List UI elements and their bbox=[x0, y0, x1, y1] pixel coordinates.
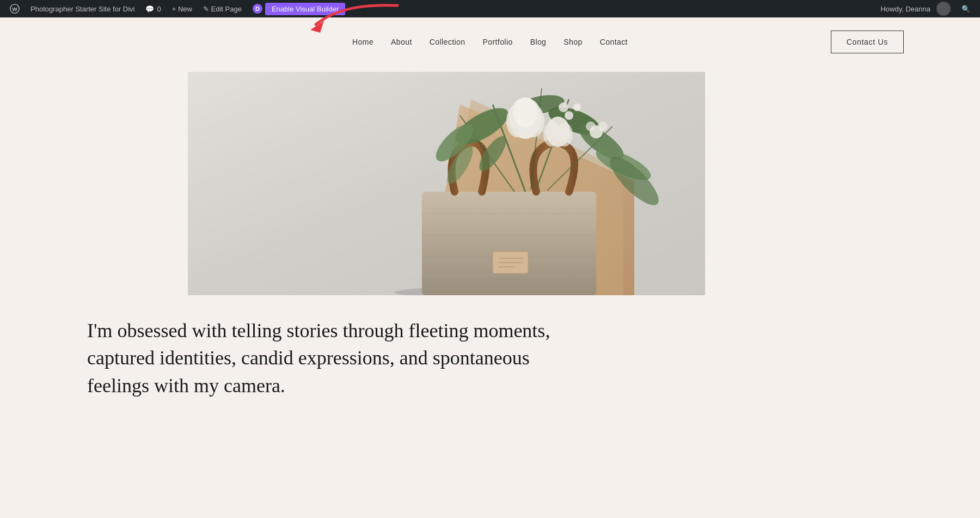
svg-point-30 bbox=[573, 103, 581, 111]
main-content: I'm obsessed with telling stories throug… bbox=[0, 72, 980, 432]
svg-point-35 bbox=[513, 97, 537, 128]
hero-illustration bbox=[188, 72, 705, 295]
site-header: Home About Collection Portfolio Blog Sho… bbox=[0, 17, 980, 66]
nav-about[interactable]: About bbox=[391, 38, 412, 46]
nav-shop[interactable]: Shop bbox=[564, 38, 582, 46]
divi-menu[interactable]: D Enable Visual Builder bbox=[247, 0, 351, 17]
site-name[interactable]: Photographer Starter Site for Divi bbox=[25, 0, 140, 17]
edit-page-button[interactable]: ✎ Edit Page bbox=[198, 0, 247, 17]
howdy-user[interactable]: Howdy, Deanna bbox=[875, 0, 956, 17]
comment-bubble-icon: 💬 bbox=[145, 5, 154, 13]
admin-right: Howdy, Deanna 🔍 bbox=[875, 0, 976, 17]
svg-rect-8 bbox=[422, 192, 596, 295]
main-nav: Home About Collection Portfolio Blog Sho… bbox=[352, 38, 628, 46]
svg-point-38 bbox=[556, 123, 573, 147]
hero-image bbox=[188, 72, 705, 295]
contact-us-button[interactable]: Contact Us bbox=[831, 31, 904, 53]
search-button[interactable]: 🔍 bbox=[956, 0, 976, 17]
new-button[interactable]: + New bbox=[167, 0, 198, 17]
comments-link[interactable]: 💬 0 bbox=[140, 0, 166, 17]
nav-blog[interactable]: Blog bbox=[530, 38, 547, 46]
divi-icon: D bbox=[253, 4, 262, 14]
nav-contact[interactable]: Contact bbox=[600, 38, 628, 46]
svg-point-29 bbox=[565, 111, 573, 120]
svg-point-40 bbox=[586, 121, 596, 131]
admin-bar: W Photographer Starter Site for Divi 💬 0… bbox=[0, 0, 980, 17]
enable-visual-builder-button[interactable]: Enable Visual Builder bbox=[265, 3, 345, 15]
svg-point-41 bbox=[598, 121, 608, 131]
nav-collection[interactable]: Collection bbox=[430, 38, 465, 46]
svg-text:W: W bbox=[13, 6, 18, 12]
user-avatar bbox=[936, 2, 951, 16]
search-icon: 🔍 bbox=[961, 5, 970, 13]
hero-image-container bbox=[188, 72, 705, 295]
hero-quote: I'm obsessed with telling stories throug… bbox=[87, 317, 577, 399]
svg-point-31 bbox=[559, 102, 568, 112]
nav-portfolio[interactable]: Portfolio bbox=[482, 38, 512, 46]
wp-logo[interactable]: W bbox=[4, 0, 25, 17]
nav-home[interactable]: Home bbox=[352, 38, 373, 46]
